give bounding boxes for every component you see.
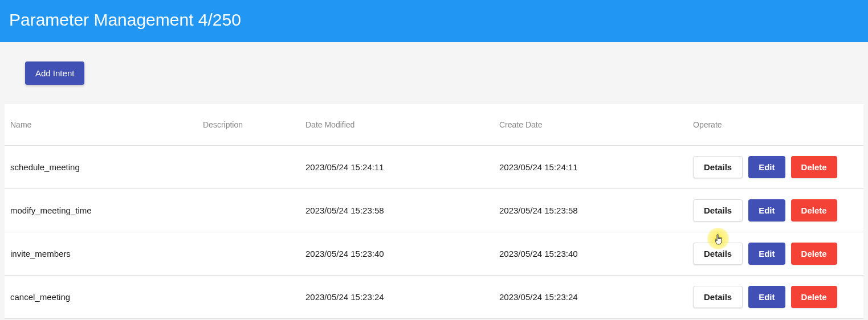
edit-button[interactable]: Edit [748,243,785,265]
content-area: Add Intent Name Description Date Modifie… [0,42,868,319]
details-button[interactable]: Details [693,286,743,308]
column-header-create-date: Create Date [495,104,688,146]
operate-buttons: DetailsEditDelete [693,243,859,265]
column-header-description: Description [198,104,301,146]
cell-create-date: 2023/05/24 15:23:58 [495,189,688,232]
delete-button[interactable]: Delete [791,156,837,178]
details-button[interactable]: Details [693,243,743,265]
cell-operate: DetailsEditDelete [688,276,863,319]
cell-name: schedule_meeting [5,146,198,189]
cell-date-modified: 2023/05/24 15:23:58 [301,189,495,232]
cell-operate: DetailsEditDelete [688,146,863,189]
delete-button[interactable]: Delete [791,286,837,308]
edit-button[interactable]: Edit [748,199,785,221]
cell-date-modified: 2023/05/24 15:23:40 [301,232,495,276]
delete-button[interactable]: Delete [791,243,837,265]
cell-description [198,146,301,189]
table-row: schedule_meeting2023/05/24 15:24:112023/… [5,146,863,189]
table-header-row: Name Description Date Modified Create Da… [5,104,863,146]
column-header-name: Name [5,104,198,146]
edit-button[interactable]: Edit [748,286,785,308]
cell-date-modified: 2023/05/24 15:23:24 [301,276,495,319]
edit-button[interactable]: Edit [748,156,785,178]
cell-operate: DetailsEditDelete [688,232,863,276]
operate-buttons: DetailsEditDelete [693,199,859,221]
page-title: Parameter Management 4/250 [9,10,859,30]
cell-description [198,276,301,319]
cell-name: invite_members [5,232,198,276]
cell-date-modified: 2023/05/24 15:24:11 [301,146,495,189]
cell-create-date: 2023/05/24 15:24:11 [495,146,688,189]
page-header: Parameter Management 4/250 [0,0,868,42]
cell-name: cancel_meeting [5,276,198,319]
cell-create-date: 2023/05/24 15:23:24 [495,276,688,319]
cell-name: modify_meeting_time [5,189,198,232]
add-intent-button[interactable]: Add Intent [25,61,84,85]
table-row: modify_meeting_time2023/05/24 15:23:5820… [5,189,863,232]
table-container: Name Description Date Modified Create Da… [5,104,863,319]
cell-description [198,189,301,232]
operate-buttons: DetailsEditDelete [693,286,859,308]
column-header-operate: Operate [688,104,863,146]
column-header-date-modified: Date Modified [301,104,495,146]
table-row: invite_members2023/05/24 15:23:402023/05… [5,232,863,276]
details-button[interactable]: Details [693,199,743,221]
cell-description [198,232,301,276]
toolbar: Add Intent [0,42,868,104]
delete-button[interactable]: Delete [791,199,837,221]
details-button[interactable]: Details [693,156,743,178]
cell-create-date: 2023/05/24 15:23:40 [495,232,688,276]
table-row: cancel_meeting2023/05/24 15:23:242023/05… [5,276,863,319]
cell-operate: DetailsEditDelete [688,189,863,232]
parameters-table: Name Description Date Modified Create Da… [5,104,863,319]
operate-buttons: DetailsEditDelete [693,156,859,178]
